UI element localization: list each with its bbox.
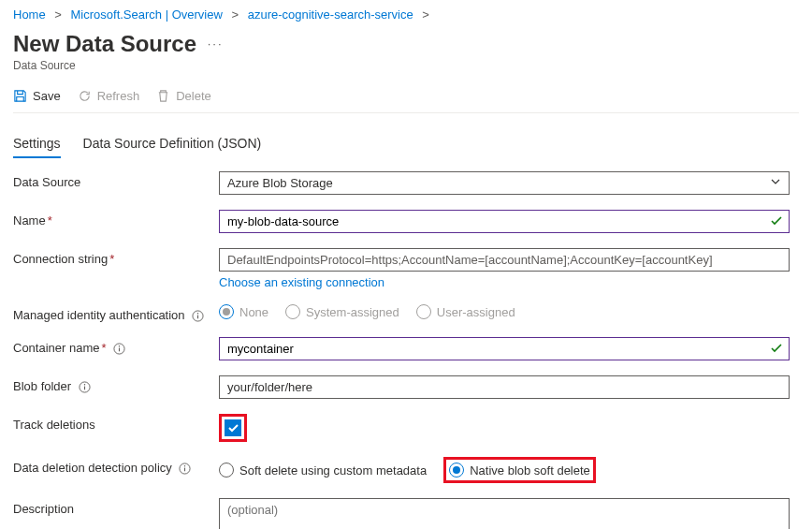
label-managed-identity-text: Managed identity authentication	[13, 308, 185, 322]
connection-string-group: Choose an existing connection	[219, 248, 790, 289]
svg-point-10	[184, 465, 185, 466]
container-field-wrap	[219, 337, 790, 360]
toolbar: Save Refresh Delete	[13, 85, 799, 113]
delete-label: Delete	[176, 89, 211, 103]
choose-existing-connection-link[interactable]: Choose an existing connection	[219, 275, 384, 289]
label-deletion-policy: Data deletion detection policy	[13, 457, 219, 475]
breadcrumb-ms-search[interactable]: Microsoft.Search | Overview	[71, 7, 223, 22]
label-blob-folder: Blob folder	[13, 375, 219, 393]
tab-json-definition[interactable]: Data Source Definition (JSON)	[83, 134, 262, 158]
refresh-button[interactable]: Refresh	[78, 89, 140, 103]
svg-rect-11	[184, 468, 185, 472]
track-deletions-checkbox[interactable]	[225, 419, 241, 436]
radio-icon	[219, 304, 234, 319]
radio-icon	[219, 463, 234, 478]
container-name-input[interactable]	[220, 338, 770, 360]
label-track-deletions: Track deletions	[13, 414, 219, 432]
save-icon	[13, 89, 27, 103]
breadcrumb: Home > Microsoft.Search | Overview > azu…	[13, 0, 799, 25]
deletion-policy-options: Soft delete using custom metadata Native…	[219, 457, 790, 483]
highlight-box: Native blob soft delete	[443, 457, 596, 483]
label-container-name: Container name*	[13, 337, 219, 355]
breadcrumb-sep: >	[225, 7, 244, 22]
label-data-source: Data Source	[13, 171, 219, 189]
radio-native-label: Native blob soft delete	[470, 463, 590, 478]
breadcrumb-sep: >	[49, 7, 67, 22]
label-blob-folder-text: Blob folder	[13, 379, 71, 393]
required-marker: *	[48, 213, 52, 228]
delete-icon	[156, 89, 170, 103]
label-conn-text: Connection string	[13, 252, 108, 266]
svg-rect-5	[119, 348, 120, 352]
label-managed-identity: Managed identity authentication	[13, 304, 219, 322]
description-textarea[interactable]	[219, 498, 790, 529]
breadcrumb-sep: >	[416, 7, 435, 22]
track-deletions-wrap	[219, 414, 790, 442]
refresh-label: Refresh	[97, 89, 140, 103]
svg-rect-8	[84, 387, 85, 390]
page-subtitle: Data Source	[13, 59, 799, 72]
connection-string-input[interactable]	[219, 248, 790, 272]
required-marker: *	[102, 341, 107, 355]
info-icon[interactable]	[79, 381, 91, 393]
radio-soft-custom-label: Soft delete using custom metadata	[239, 463, 427, 478]
highlight-box	[219, 414, 247, 442]
svg-point-1	[197, 313, 198, 314]
managed-identity-options: None System-assigned User-assigned	[219, 304, 790, 319]
name-input[interactable]	[220, 211, 770, 232]
info-icon[interactable]	[179, 463, 191, 475]
radio-icon	[449, 463, 464, 478]
radio-system-label: System-assigned	[306, 305, 399, 319]
svg-rect-2	[197, 316, 198, 319]
refresh-icon	[78, 89, 92, 103]
label-container-text: Container name	[13, 341, 100, 355]
label-deletion-policy-text: Data deletion detection policy	[13, 461, 172, 475]
chevron-down-icon	[770, 176, 781, 190]
label-connection-string: Connection string*	[13, 248, 219, 266]
save-label: Save	[33, 89, 61, 103]
form: Data Source Azure Blob Storage Name* Con…	[13, 171, 799, 529]
label-description: Description	[13, 498, 219, 516]
check-icon	[770, 342, 783, 358]
blob-folder-input[interactable]	[219, 375, 790, 399]
label-name: Name*	[13, 210, 219, 228]
tabs: Settings Data Source Definition (JSON)	[13, 134, 799, 158]
radio-user-assigned[interactable]: User-assigned	[416, 304, 515, 319]
page-header: New Data Source ··· Data Source	[13, 25, 799, 72]
radio-none[interactable]: None	[219, 304, 268, 319]
data-source-value: Azure Blob Storage	[227, 176, 333, 190]
data-source-select[interactable]: Azure Blob Storage	[219, 171, 790, 195]
label-name-text: Name	[13, 213, 46, 228]
required-marker: *	[109, 252, 114, 266]
radio-icon	[416, 304, 431, 319]
save-button[interactable]: Save	[13, 89, 61, 103]
info-icon[interactable]	[113, 343, 125, 355]
radio-icon	[285, 304, 300, 319]
radio-native-blob-soft-delete[interactable]: Native blob soft delete	[449, 463, 590, 478]
radio-none-label: None	[239, 305, 268, 319]
svg-point-4	[119, 345, 120, 346]
info-icon[interactable]	[192, 310, 204, 322]
page-title: New Data Source	[13, 31, 196, 57]
more-icon[interactable]: ···	[208, 37, 224, 51]
radio-soft-delete-custom[interactable]: Soft delete using custom metadata	[219, 463, 427, 478]
check-icon	[770, 214, 783, 230]
tab-settings[interactable]: Settings	[13, 134, 61, 158]
radio-user-label: User-assigned	[437, 305, 515, 319]
breadcrumb-service[interactable]: azure-cognitive-search-service	[248, 7, 413, 22]
radio-system-assigned[interactable]: System-assigned	[285, 304, 399, 319]
breadcrumb-home[interactable]: Home	[13, 7, 46, 22]
svg-point-7	[84, 384, 85, 385]
delete-button[interactable]: Delete	[156, 89, 211, 103]
name-field-wrap	[219, 210, 790, 233]
